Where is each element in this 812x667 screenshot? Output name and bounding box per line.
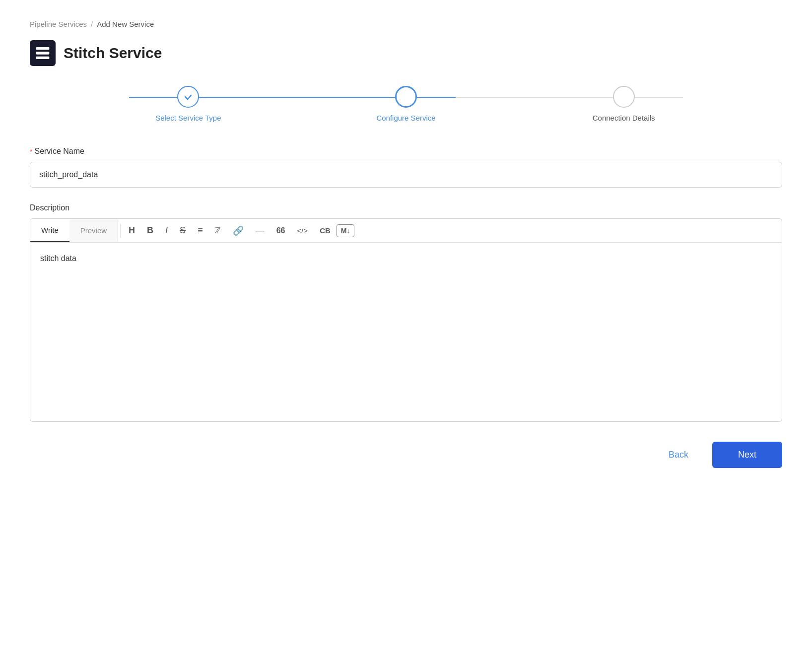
- description-section: Description Write Preview H B I S ≡ ℤ 🔗 …: [30, 203, 782, 422]
- breadcrumb: Pipeline Services / Add New Service: [30, 20, 782, 28]
- editor-content[interactable]: stitch data: [30, 243, 782, 421]
- page-title: Stitch Service: [64, 45, 162, 62]
- step-circle-2: [395, 86, 417, 108]
- description-editor: Write Preview H B I S ≡ ℤ 🔗 — 66 </> CB …: [30, 218, 782, 422]
- footer-actions: Back Next: [30, 442, 782, 468]
- svg-rect-1: [36, 52, 50, 54]
- code-block-button[interactable]: CB: [314, 222, 337, 239]
- editor-toolbar: Write Preview H B I S ≡ ℤ 🔗 — 66 </> CB …: [30, 219, 782, 243]
- service-name-input[interactable]: [30, 162, 782, 188]
- code-button[interactable]: </>: [291, 222, 314, 239]
- step-label-3: Connection Details: [593, 114, 655, 122]
- toolbar-divider-1: [120, 224, 121, 238]
- breadcrumb-parent: Pipeline Services: [30, 20, 87, 28]
- service-name-label-text: Service Name: [34, 147, 84, 156]
- strikethrough-button[interactable]: S: [174, 221, 192, 240]
- bold-button[interactable]: B: [141, 221, 159, 240]
- svg-rect-0: [36, 47, 50, 50]
- step-connection-details: Connection Details: [515, 86, 733, 122]
- tab-preview[interactable]: Preview: [69, 219, 118, 242]
- italic-button[interactable]: I: [159, 221, 174, 240]
- step-circle-3: [613, 86, 635, 108]
- step-label-1: Select Service Type: [155, 114, 221, 122]
- blockquote-button[interactable]: 66: [271, 222, 291, 239]
- service-name-section: * Service Name: [30, 147, 782, 188]
- step-select-service-type: Select Service Type: [79, 86, 297, 122]
- description-label-text: Description: [30, 203, 69, 212]
- svg-rect-2: [36, 57, 50, 59]
- description-label: Description: [30, 203, 782, 212]
- breadcrumb-separator: /: [91, 20, 93, 28]
- service-icon: [30, 40, 56, 66]
- heading-button[interactable]: H: [123, 221, 141, 240]
- page-header: Stitch Service: [30, 40, 782, 66]
- breadcrumb-current: Add New Service: [97, 20, 154, 28]
- stepper: Select Service Type Configure Service Co…: [30, 86, 782, 122]
- markdown-button[interactable]: M↓: [337, 224, 355, 237]
- step-circle-1: [177, 86, 199, 108]
- editor-text: stitch data: [40, 254, 76, 263]
- step-configure-service: Configure Service: [297, 86, 515, 122]
- link-button[interactable]: 🔗: [227, 221, 250, 240]
- service-name-label: * Service Name: [30, 147, 782, 156]
- next-button[interactable]: Next: [712, 442, 782, 468]
- ordered-list-button[interactable]: ℤ: [209, 222, 227, 239]
- tab-write[interactable]: Write: [30, 219, 69, 242]
- horizontal-rule-button[interactable]: —: [250, 221, 271, 240]
- required-star: *: [30, 147, 32, 155]
- unordered-list-button[interactable]: ≡: [192, 221, 209, 240]
- step-label-2: Configure Service: [376, 114, 435, 122]
- back-button[interactable]: Back: [655, 442, 702, 468]
